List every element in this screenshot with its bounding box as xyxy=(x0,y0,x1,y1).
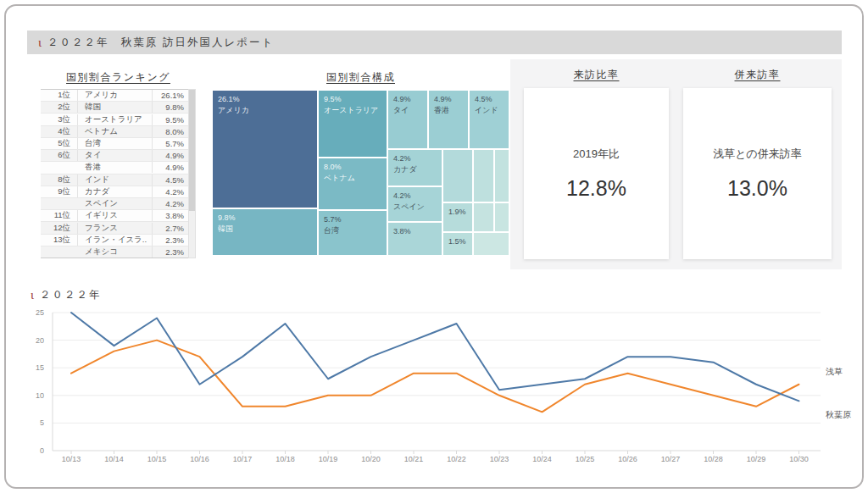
rank-cell: 8位 xyxy=(41,174,78,186)
percent-cell: 5.7% xyxy=(153,139,188,148)
x-axis-tick-label: 10/30 xyxy=(789,455,809,463)
rank-cell: 3位 xyxy=(41,114,78,125)
table-row[interactable]: 11位イギリス3.8% xyxy=(41,210,188,222)
table-row[interactable]: 9位カナダ4.2% xyxy=(41,186,188,198)
report-title: ２０２２年 秋葉原 訪日外国人レポート xyxy=(47,36,274,50)
percent-cell: 9.8% xyxy=(153,102,188,112)
table-row[interactable]: 3位オーストラリア9.5% xyxy=(41,114,188,125)
treemap-cell-percent: 4.2% xyxy=(393,191,442,202)
section-title-visit-ratio: 来訪比率 xyxy=(524,68,669,82)
kpi-value: 12.8% xyxy=(566,176,626,201)
ranking-table: 1位アメリカ26.1%2位韓国9.8%3位オーストラリア9.5%4位ベトナム8.… xyxy=(41,89,196,258)
treemap-cell-percent: 5.7% xyxy=(324,214,387,225)
table-row[interactable]: 1位アメリカ26.1% xyxy=(41,90,188,102)
x-axis-tick-label: 10/20 xyxy=(361,455,381,463)
treemap-cell[interactable] xyxy=(442,149,473,202)
scrollbar-thumb[interactable] xyxy=(189,90,195,211)
x-axis-tick-label: 10/22 xyxy=(447,455,466,463)
table-row[interactable]: 6位タイ4.9% xyxy=(41,150,188,162)
x-axis-tick-label: 10/25 xyxy=(576,455,595,463)
treemap-cell[interactable] xyxy=(473,202,494,232)
treemap-cell-label: ベトナム xyxy=(324,173,387,184)
y-axis-tick-label: 5 xyxy=(40,418,44,427)
dashboard: ι ２０２２年 秋葉原 訪日外国人レポート 国別割合ランキング 国別割合構成 来… xyxy=(0,0,868,493)
country-cell: メキシコ xyxy=(78,246,153,258)
treemap-cell-percent: 1.5% xyxy=(448,236,472,247)
series-line-秋葉原[interactable] xyxy=(71,313,799,401)
table-row[interactable]: 12位フランス2.7% xyxy=(41,222,188,234)
country-cell: オーストラリア xyxy=(78,114,153,125)
treemap-cell-percent: 3.8% xyxy=(393,226,442,237)
country-cell: タイ xyxy=(78,150,153,161)
treemap-cell-label: タイ xyxy=(393,105,427,116)
kpi-card-visit-ratio: 2019年比 12.8% xyxy=(524,88,669,259)
country-cell: アメリカ xyxy=(78,90,153,101)
table-row[interactable]: 8位インド4.5% xyxy=(41,174,188,186)
kpi-card-co-visit: 浅草との併来訪率 13.0% xyxy=(683,88,832,259)
treemap-cell[interactable]: 4.2%スペイン xyxy=(387,186,442,222)
x-axis-tick-label: 10/16 xyxy=(190,455,209,463)
table-row[interactable]: 香港4.9% xyxy=(41,162,188,174)
report-header: ι ２０２２年 秋葉原 訪日外国人レポート xyxy=(27,30,842,54)
treemap-cell[interactable]: 4.5%インド xyxy=(469,90,509,149)
x-axis-tick-label: 10/13 xyxy=(62,455,81,463)
kpi-value: 13.0% xyxy=(727,176,787,201)
treemap-cell[interactable]: 3.8% xyxy=(387,222,442,256)
treemap-cell-label: 韓国 xyxy=(218,224,317,235)
treemap-cell[interactable] xyxy=(494,149,509,202)
x-axis-tick-label: 10/21 xyxy=(404,455,424,463)
percent-cell: 8.0% xyxy=(153,127,188,136)
rank-cell: 9位 xyxy=(41,186,78,197)
treemap-cell[interactable] xyxy=(473,232,509,256)
treemap-cell-percent: 9.5% xyxy=(324,94,387,105)
percent-cell: 9.5% xyxy=(153,115,188,125)
treemap-cell[interactable] xyxy=(494,202,509,232)
table-row[interactable]: 2位韓国9.8% xyxy=(41,102,188,114)
table-row[interactable]: 4位ベトナム8.0% xyxy=(41,126,188,138)
treemap-cell[interactable]: 8.0%ベトナム xyxy=(318,158,387,210)
treemap-cell[interactable]: 1.5% xyxy=(442,232,473,256)
x-axis-tick-label: 10/14 xyxy=(104,455,124,463)
treemap-cell[interactable]: 9.5%オーストラリア xyxy=(318,90,387,158)
table-row[interactable]: スペイン4.2% xyxy=(41,198,188,210)
treemap-cell[interactable]: 26.1%アメリカ xyxy=(212,90,318,208)
country-cell: 台湾 xyxy=(78,138,153,149)
table-row[interactable]: 13位イラン・イスラ..2.3% xyxy=(41,235,188,246)
treemap-cell[interactable]: 4.2%カナダ xyxy=(387,149,442,186)
percent-cell: 4.2% xyxy=(153,187,188,197)
y-axis-tick-label: 20 xyxy=(36,336,44,345)
ranking-scrollbar[interactable] xyxy=(188,89,196,258)
table-row[interactable]: 5位台湾5.7% xyxy=(41,138,188,150)
series-line-浅草[interactable] xyxy=(71,341,799,413)
percent-cell: 2.7% xyxy=(153,224,188,233)
x-axis-tick-label: 10/17 xyxy=(233,455,253,463)
treemap-cell[interactable]: 9.8%韓国 xyxy=(212,208,318,256)
treemap-cell[interactable]: 5.7%台湾 xyxy=(318,210,387,256)
treemap-cell-percent: 8.0% xyxy=(324,162,387,173)
y-axis-tick-label: 25 xyxy=(36,308,44,317)
treemap-cell-label: スペイン xyxy=(393,202,442,213)
percent-cell: 3.8% xyxy=(153,211,188,220)
rank-cell: 5位 xyxy=(41,138,78,149)
treemap-cell[interactable]: 1.9% xyxy=(442,202,473,232)
country-cell: 韓国 xyxy=(78,102,153,113)
section-title-treemap: 国別割合構成 xyxy=(212,70,509,85)
treemap-cell[interactable] xyxy=(473,149,494,202)
treemap-cell-percent: 26.1% xyxy=(218,94,317,105)
table-row[interactable]: メキシコ2.3% xyxy=(41,246,188,258)
treemap-cell-percent: 9.8% xyxy=(218,213,317,224)
percent-cell: 2.3% xyxy=(153,247,188,257)
rank-cell: 12位 xyxy=(41,223,78,234)
treemap-cell[interactable]: 4.9%タイ xyxy=(387,90,428,149)
y-axis-tick-label: 15 xyxy=(36,363,44,372)
percent-cell: 26.1% xyxy=(153,91,188,100)
kpi-label: 2019年比 xyxy=(573,147,620,162)
x-axis-tick-label: 10/24 xyxy=(532,455,552,463)
treemap-cell[interactable]: 4.9%香港 xyxy=(428,90,469,149)
percent-cell: 4.9% xyxy=(153,163,188,172)
percent-cell: 4.5% xyxy=(153,175,188,185)
country-cell: イギリス xyxy=(78,210,153,221)
country-cell: カナダ xyxy=(78,186,153,197)
percent-cell: 4.2% xyxy=(153,199,188,208)
accent-mark-icon: ι xyxy=(38,36,42,50)
